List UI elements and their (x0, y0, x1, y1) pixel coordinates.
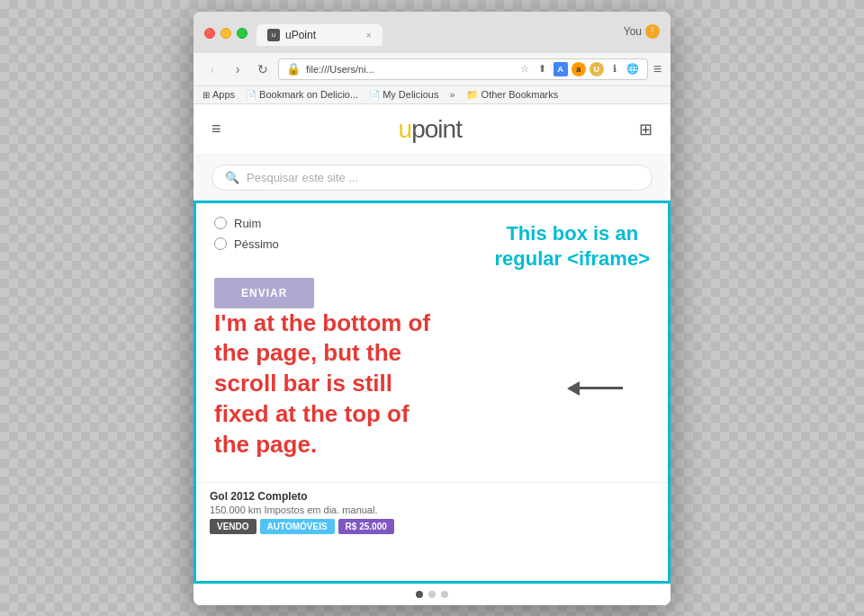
new-tab-button[interactable] (382, 21, 436, 46)
ad-title: Gol 2012 Completo (210, 490, 654, 503)
back-button[interactable]: ‹ (202, 59, 222, 79)
star-icon[interactable]: ☆ (518, 62, 532, 76)
close-button[interactable] (204, 28, 215, 39)
bookmark-other[interactable]: 📁 Other Bookmarks (466, 89, 559, 101)
translate-icon[interactable]: A (554, 62, 568, 76)
share-icon[interactable]: ⬆ (536, 62, 550, 76)
radio-label-ruim: Ruim (234, 217, 261, 230)
page-icon: 📄 (246, 90, 256, 100)
scroll-line3: scroll bar is still (214, 369, 430, 399)
bookmark-mydelicious-label: My Delicious (382, 89, 438, 100)
browser-window: u uPoint × You ! ‹ › ↻ 🔒 file:///Users/n… (194, 12, 670, 605)
iframe-label: This box is an regular <iframe> (495, 221, 650, 272)
dot-1[interactable] (416, 591, 423, 598)
scroll-message-container: I'm at the bottom of the page, but the s… (214, 308, 650, 469)
amazon-icon[interactable]: a (572, 62, 586, 76)
ad-card: Gol 2012 Completo 150.000 km Impostos em… (196, 482, 668, 541)
scroll-line4: fixed at the top of (214, 399, 430, 430)
browser-menu-button[interactable]: ≡ (653, 61, 662, 77)
upoint-icon[interactable]: U (590, 62, 604, 76)
enviar-button[interactable]: ENVIAR (214, 278, 314, 308)
ad-tags: VENDO AUTOMÓVEIS R$ 25.000 (210, 519, 654, 534)
tag-price: R$ 25.000 (338, 519, 394, 534)
tab-close-button[interactable]: × (366, 30, 372, 40)
address-bar[interactable]: 🔒 file:///Users/ni... ☆ ⬆ A a U ℹ 🌐 (278, 58, 648, 80)
dots-indicator (194, 584, 670, 605)
folder-icon: 📁 (466, 89, 479, 101)
page2-icon: 📄 (369, 90, 380, 100)
user-name: You (624, 25, 642, 38)
radio-circle-ruim (214, 217, 227, 229)
navigation-bar: ‹ › ↻ 🔒 file:///Users/ni... ☆ ⬆ A a U ℹ … (194, 53, 670, 86)
scroll-line5: the page. (214, 430, 430, 460)
title-bar: u uPoint × You ! (194, 12, 670, 53)
radio-label-pessimo: Péssimo (234, 237, 279, 251)
scroll-line1: I'm at the bottom of (214, 308, 430, 339)
minimize-button[interactable] (220, 28, 231, 39)
scroll-line2: the page, but the (214, 338, 430, 369)
upoint-header: ≡ upoint ⊞ (194, 104, 670, 156)
logo-rest: point (411, 115, 462, 143)
arrow-line (578, 387, 623, 389)
info-icon[interactable]: ℹ (608, 62, 622, 76)
tag-vendo: VENDO (210, 519, 256, 534)
scroll-message: I'm at the bottom of the page, but the s… (214, 308, 430, 460)
traffic-lights (204, 28, 248, 39)
bookmark-delicious[interactable]: 📄 Bookmark on Delicio... (246, 89, 358, 100)
bookmarks-more-button[interactable]: » (449, 89, 454, 100)
apps-grid-icon: ⊞ (202, 90, 210, 100)
other-bookmarks-label: Other Bookmarks (482, 89, 559, 100)
dot-3[interactable] (441, 591, 448, 598)
address-text: file:///Users/ni... (306, 64, 512, 75)
bookmarks-bar: ⊞ Apps 📄 Bookmark on Delicio... 📄 My Del… (194, 86, 670, 104)
tab-bar: u uPoint × (256, 21, 624, 46)
search-placeholder: Pesquisar este site ... (247, 171, 358, 184)
arrow-indicator (567, 381, 623, 396)
tab-title: uPoint (285, 29, 316, 41)
iframe-content: Ruim Péssimo This box is an regular <ifr… (196, 203, 668, 483)
grid-menu-icon[interactable]: ⊞ (639, 120, 652, 139)
radio-circle-pessimo (214, 237, 227, 250)
search-input-wrap[interactable]: 🔍 Pesquisar este site ... (212, 165, 652, 191)
search-bar: 🔍 Pesquisar este site ... (194, 156, 670, 201)
maximize-button[interactable] (237, 28, 248, 39)
logo-u: u (399, 115, 412, 143)
user-warning-icon: ! (645, 24, 660, 39)
search-icon: 🔍 (225, 171, 239, 184)
active-tab[interactable]: u uPoint × (256, 24, 382, 46)
dot-2[interactable] (428, 591, 436, 598)
user-badge: You ! (624, 24, 660, 42)
address-icons: ☆ ⬆ A a U ℹ 🌐 (518, 62, 640, 76)
iframe-container: Ruim Péssimo This box is an regular <ifr… (194, 201, 670, 584)
ad-info: Gol 2012 Completo 150.000 km Impostos em… (210, 490, 654, 534)
world-icon[interactable]: 🌐 (626, 62, 640, 76)
ad-subtitle: 150.000 km Impostos em dia. manual. (210, 504, 654, 515)
bookmark-mydelicious[interactable]: 📄 My Delicious (369, 89, 438, 100)
bookmark-apps[interactable]: ⊞ Apps (202, 89, 235, 100)
forward-button[interactable]: › (228, 59, 248, 79)
iframe-label-line1: This box is an (495, 221, 650, 247)
refresh-button[interactable]: ↻ (253, 59, 273, 79)
iframe-label-line2: regular <iframe> (495, 246, 650, 272)
upoint-logo: upoint (399, 115, 462, 144)
address-lock-icon: 🔒 (286, 62, 301, 76)
page-content: ≡ upoint ⊞ 🔍 Pesquisar este site ... (194, 104, 670, 605)
bookmark-apps-label: Apps (212, 89, 235, 100)
bookmark-delicious-label: Bookmark on Delicio... (259, 89, 358, 100)
hamburger-menu-icon[interactable]: ≡ (212, 120, 221, 138)
tab-favicon: u (267, 29, 280, 41)
tag-automoveis: AUTOMÓVEIS (260, 519, 335, 534)
